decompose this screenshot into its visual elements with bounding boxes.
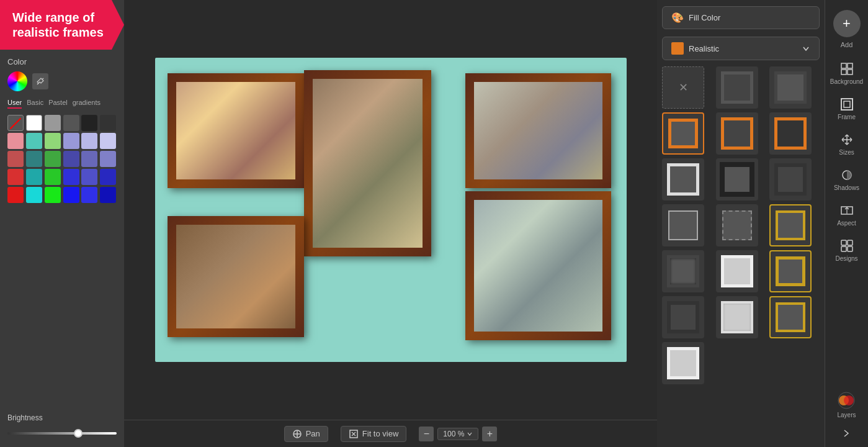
swatch-transparent[interactable] [7,115,24,131]
frame-option-1[interactable] [716,66,758,109]
zoom-control: − 100 % + [419,427,497,441]
brightness-slider[interactable] [7,427,117,440]
add-section: + Add [833,5,861,56]
frame-option-orange-2[interactable] [716,112,758,155]
swatch-white[interactable] [26,115,42,131]
photo-frame-top-right[interactable] [465,73,611,188]
fit-tool[interactable]: Fit to view [341,426,407,442]
photo-frame-bottom-right[interactable] [465,191,611,340]
swatch-indigo[interactable] [81,151,97,167]
tab-pastel[interactable]: Pastel [48,97,68,109]
swatch-vivid-blue[interactable] [81,187,97,203]
frame-option-gold-box[interactable] [769,250,812,292]
zoom-value[interactable]: 100 % [437,428,478,440]
zoom-out-button[interactable]: − [419,427,434,441]
swatch-blue[interactable] [63,169,79,185]
frame-option-thin[interactable] [662,204,704,246]
photo-frame-top-left[interactable] [168,73,304,188]
frame-option-dark-med[interactable] [662,296,704,338]
frame-option-empty[interactable]: ✕ [662,66,704,109]
expand-button[interactable] [838,425,855,442]
swatch-red[interactable] [7,169,24,185]
canvas-container[interactable] [124,0,657,420]
frame-icon [840,97,854,111]
swatch-lavender[interactable] [63,133,79,149]
swatch-slate[interactable] [100,151,116,167]
swatch-bright-blue[interactable] [63,187,79,203]
sidebar-item-aspect[interactable]: Aspect [825,197,868,233]
photo-frame-bottom-left[interactable] [168,216,304,337]
frame-label: Frame [838,114,856,120]
sidebar-item-layers-color[interactable]: Layers [837,386,856,425]
swatch-cyan[interactable] [26,169,42,185]
add-button[interactable]: + [833,10,861,37]
swatch-light-blue[interactable] [100,133,116,149]
background-label: Background [830,78,863,85]
swatch-blue2[interactable] [81,169,97,185]
banner: Wide range of realistic frames [0,0,124,50]
grid-icon [840,62,854,76]
frame-option-white[interactable] [662,158,704,201]
swatch-periwinkle[interactable] [81,133,97,149]
swatch-navy[interactable] [100,187,116,203]
swatch-black[interactable] [81,115,97,131]
frame-option-plain[interactable] [662,342,704,384]
photo-inner-center [313,79,423,248]
swatch-gray[interactable] [45,115,61,131]
sidebar-item-background[interactable]: Background [825,56,868,91]
tab-basic[interactable]: Basic [27,97,43,109]
photo-top-left [176,82,295,179]
swatch-dark-blue[interactable] [100,169,116,185]
frame-option-dark-box[interactable] [662,250,704,292]
swatch-green-mid[interactable] [45,151,61,167]
fill-color-button[interactable]: 🎨 Fill Color [662,6,820,29]
frame-option-dark-2[interactable] [769,158,812,201]
swatch-bright-cyan[interactable] [26,187,42,203]
frame-option-white-med[interactable] [716,296,758,338]
frame-option-gold-thin[interactable] [769,204,812,246]
tab-gradients[interactable]: gradients [73,97,101,109]
designs-icon [840,239,854,253]
photo-frame-center[interactable] [304,70,431,256]
layers-color-icon [838,392,855,409]
sidebar-item-designs[interactable]: Designs [825,233,868,268]
swatch-bright-red[interactable] [7,187,24,203]
svg-rect-6 [848,70,852,74]
frame-option-orange-3[interactable] [769,112,812,155]
tab-user[interactable]: User [7,97,22,109]
frame-option-orange-selected[interactable] [662,112,704,155]
frame-option-white-box[interactable] [716,250,758,292]
swatch-teal-light[interactable] [26,133,42,149]
swatch-blue-mid[interactable] [63,151,79,167]
frame-option-gold-med[interactable] [769,296,812,338]
slider-thumb[interactable] [74,429,83,438]
swatch-green-light[interactable] [45,133,61,149]
svg-rect-8 [844,101,850,107]
slider-track [7,432,117,435]
swatch-bright-green[interactable] [45,187,61,203]
shadow-icon [840,168,854,182]
frame-option-dark-inner[interactable] [716,158,758,201]
frame-option-dash[interactable] [716,204,758,246]
pan-icon [292,429,302,439]
right-sidebar: + Add Background Fra [825,0,868,447]
color-label: Color [7,57,117,66]
swatch-green[interactable] [45,169,61,185]
eyedropper-button[interactable] [32,73,48,89]
zoom-in-button[interactable]: + [482,427,497,441]
style-dropdown[interactable]: Realistic [662,37,820,60]
pan-label: Pan [306,429,320,438]
sidebar-item-sizes[interactable]: Sizes [825,127,868,162]
pan-tool[interactable]: Pan [284,426,328,442]
sidebar-item-shadows[interactable]: Shadows [825,162,868,197]
frame-option-2[interactable] [769,66,812,109]
photo-bottom-right [474,200,602,332]
swatch-red-mid[interactable] [7,151,24,167]
swatch-teal-mid[interactable] [26,151,42,167]
swatch-pink[interactable] [7,133,24,149]
swatch-extra[interactable] [100,115,116,131]
color-wheel[interactable] [7,71,27,91]
swatch-dark-gray[interactable] [63,115,79,131]
sidebar-item-frame[interactable]: Frame [825,91,868,127]
x-mark: ✕ [679,81,688,94]
